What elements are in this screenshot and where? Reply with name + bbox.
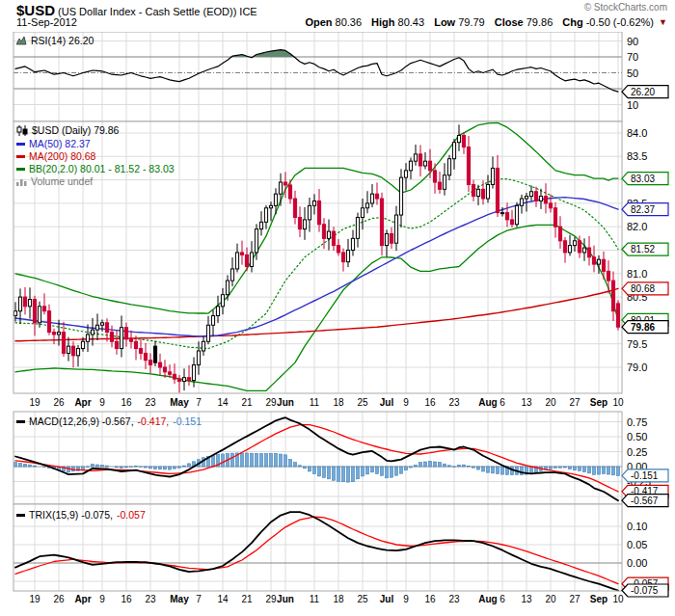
svg-text:Aug: Aug [478,594,497,604]
svg-text:7: 7 [196,397,202,408]
svg-text:Sep: Sep [590,594,608,604]
svg-text:23: 23 [145,397,156,408]
open-label: Open [305,16,332,28]
svg-text:9: 9 [403,397,409,408]
svg-text:Jul: Jul [380,594,394,604]
volume-bars-icon [16,177,27,186]
svg-text:20: 20 [545,397,556,408]
svg-text:16: 16 [424,397,436,408]
close-label: Close [495,16,524,28]
svg-text:-0.075: -0.075 [631,585,659,596]
chart-header: $USD (US Dollar Index - Cash Settle (EOD… [0,0,675,32]
svg-text:10: 10 [612,397,624,408]
ma200-line-icon [16,155,25,158]
svg-text:21: 21 [241,594,253,604]
svg-text:May: May [170,397,189,408]
svg-text:90: 90 [627,36,638,47]
svg-text:9: 9 [403,594,409,604]
svg-text:14: 14 [217,594,229,604]
svg-text:13: 13 [521,594,532,604]
open-value: 80.36 [336,16,363,28]
low-value: 79.79 [458,16,485,28]
volume-legend: Volume undef [16,175,93,187]
svg-text:Apr: Apr [74,397,91,408]
svg-text:-0.567: -0.567 [631,495,659,506]
trix-line-icon [16,514,25,517]
svg-text:14: 14 [217,397,229,408]
svg-text:18: 18 [333,397,344,408]
svg-text:7: 7 [196,594,202,604]
svg-text:Jul: Jul [380,397,394,408]
svg-text:84.0: 84.0 [627,127,647,139]
bollinger-legend: BB(20,2.0) 80.01 - 81.52 - 83.03 [16,163,175,174]
ma200-legend: MA(200) 80.68 [16,150,95,162]
svg-text:26: 26 [53,397,65,408]
svg-text:19: 19 [29,397,40,408]
chg-value: -0.50 (-0.62%) [586,16,654,28]
trix-legend: TRIX(15,9) -0.075, -0.057 [16,509,146,521]
svg-text:19: 19 [29,594,40,604]
svg-text:79.5: 79.5 [627,338,647,350]
ma50-line-icon [16,143,25,146]
svg-text:0.10: 0.10 [627,521,647,532]
svg-text:6: 6 [500,594,505,604]
high-label: High [371,16,394,28]
svg-text:79.86: 79.86 [631,322,655,333]
svg-text:9: 9 [99,594,105,604]
svg-text:27: 27 [569,594,580,604]
svg-text:0.00: 0.00 [627,557,647,569]
svg-text:13: 13 [521,397,532,408]
svg-text:11: 11 [310,397,320,408]
svg-text:26.20: 26.20 [631,87,655,97]
bb-line-icon [16,168,25,171]
chart-date: 11-Sep-2012 [16,16,77,28]
svg-text:25: 25 [357,594,368,604]
svg-text:May: May [170,594,189,604]
svg-text:20: 20 [545,594,556,604]
macd-line-icon [16,420,25,423]
high-value: 80.43 [398,16,425,28]
chg-label: Chg [562,16,582,28]
candlestick-icon [16,125,28,136]
copyright-label: © StockCharts.com [584,2,667,13]
svg-text:83.03: 83.03 [631,174,655,184]
rsi-indicator-icon [16,36,27,45]
low-label: Low [434,16,455,28]
svg-text:0.05: 0.05 [627,539,647,550]
svg-text:82.37: 82.37 [631,204,655,215]
svg-text:Apr: Apr [74,594,91,604]
svg-text:80.68: 80.68 [631,283,655,294]
svg-text:Jun: Jun [277,594,294,604]
chart-canvas: 907050301026.2084.083.583.082.582.081.58… [0,0,675,616]
svg-text:81.52: 81.52 [631,244,655,254]
svg-text:26: 26 [53,594,65,604]
svg-text:Sep: Sep [590,397,608,408]
svg-text:29: 29 [265,594,277,604]
svg-text:Aug: Aug [478,397,497,408]
macd-legend: MACD(12,26,9) -0.567, -0.417, -0.151 [16,415,202,427]
svg-text:23: 23 [448,397,460,408]
svg-text:83.5: 83.5 [627,150,647,162]
svg-text:10: 10 [627,99,638,111]
svg-text:6: 6 [500,397,505,408]
svg-text:23: 23 [448,594,460,604]
svg-text:23: 23 [145,594,156,604]
ma50-legend: MA(50) 82.37 [16,138,91,149]
svg-text:9: 9 [99,397,105,408]
svg-text:29: 29 [265,397,277,408]
price-legend: $USD (Daily) 79.86 [16,124,119,136]
svg-text:11: 11 [310,594,320,604]
svg-text:21: 21 [241,397,253,408]
close-value: 79.86 [526,16,554,28]
svg-text:27: 27 [569,397,580,408]
svg-text:-0.151: -0.151 [631,470,659,481]
svg-text:16: 16 [121,594,132,604]
svg-text:Jun: Jun [277,397,294,408]
rsi-legend: RSI(14) 26.20 [16,35,94,46]
svg-text:18: 18 [333,594,344,604]
svg-text:82.0: 82.0 [627,221,647,232]
info-row: 11-Sep-2012 Open80.36 High80.43 Low79.79… [16,16,667,28]
svg-text:16: 16 [424,594,436,604]
change-down-arrow-icon: ▼ [659,17,667,27]
svg-text:16: 16 [121,397,132,408]
